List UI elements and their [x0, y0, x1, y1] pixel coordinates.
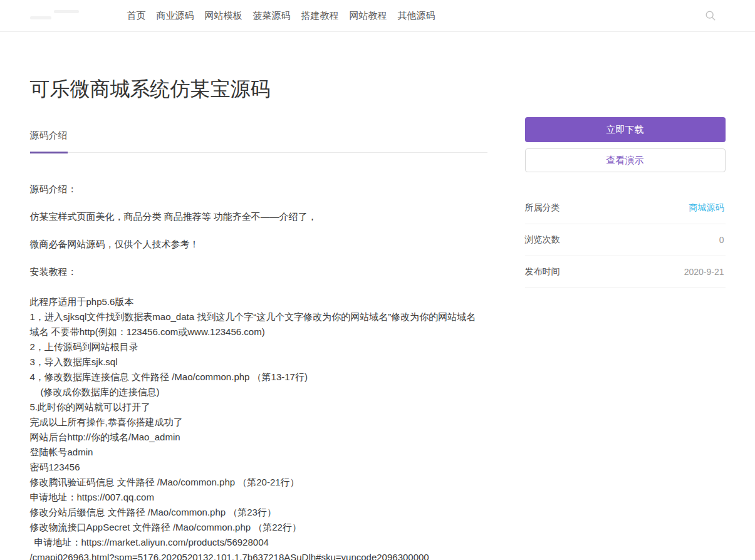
page-title: 可乐微商城系统仿某宝源码: [30, 77, 487, 101]
logo-mark: [54, 10, 79, 13]
meta-label: 发布时间: [525, 266, 560, 277]
article-paragraph: 微商必备网站源码，仅供个人技术参考！: [30, 239, 487, 249]
nav-item-bocai-code[interactable]: 菠菜源码: [253, 10, 291, 22]
nav-item-commercial-code[interactable]: 商业源码: [157, 10, 194, 22]
site-header: 首页 商业源码 网站模板 菠菜源码 搭建教程 网站教程 其他源码: [0, 0, 755, 32]
install-steps: 此程序适用于php5.6版本 1，进入sjksql文件找到数据表mao_data…: [30, 294, 487, 560]
step-line: 2，上传源码到网站根目录: [30, 340, 487, 355]
article-paragraph: 源码介绍：: [30, 184, 487, 194]
step-line: 密码123456: [30, 460, 487, 475]
main-content: 可乐微商城系统仿某宝源码 源码介绍 源码介绍： 仿某宝样式页面美化，商品分类 商…: [30, 32, 726, 560]
step-line: 4，修改数据库连接信息 文件路径 /Mao/common.php （第13-17…: [30, 370, 487, 385]
step-line: 完成以上所有操作,恭喜你搭建成功了: [30, 415, 487, 430]
meta-label: 浏览次数: [525, 234, 560, 246]
meta-list: 所属分类 商城源码 浏览次数 0 发布时间 2020-9-21: [525, 192, 726, 288]
download-button[interactable]: 立即下载: [525, 117, 726, 142]
step-line: 修改分站后缀信息 文件路径 /Mao/common.php （第23行）: [30, 505, 487, 520]
step-line: 修改腾讯验证码信息 文件路径 /Mao/common.php （第20-21行）: [30, 475, 487, 490]
step-line: 登陆帐号admin: [30, 445, 487, 460]
logo-mark: [30, 16, 51, 19]
nav-item-site-templates[interactable]: 网站模板: [205, 10, 242, 22]
step-line: 3，导入数据库sjk.sql: [30, 355, 487, 370]
step-line: 申请地址：https://007.qq.com: [30, 490, 487, 505]
view-demo-button[interactable]: 查看演示: [525, 148, 726, 172]
step-line: /cmapi026963.html?spm=5176.2020520132.10…: [30, 550, 487, 560]
article-body: 源码介绍： 仿某宝样式页面美化，商品分类 商品推荐等 功能齐全不——介绍了， 微…: [30, 184, 487, 560]
article-column: 可乐微商城系统仿某宝源码 源码介绍 源码介绍： 仿某宝样式页面美化，商品分类 商…: [30, 32, 487, 560]
meta-row-publish-date: 发布时间 2020-9-21: [525, 256, 726, 288]
nav-item-site-tutorials[interactable]: 网站教程: [350, 10, 387, 22]
main-nav: 首页 商业源码 网站模板 菠菜源码 搭建教程 网站教程 其他源码: [127, 10, 435, 22]
step-line: 此程序适用于php5.6版本: [30, 294, 487, 309]
search-icon: [705, 10, 716, 21]
step-line: 域名 不要带http(例如：123456.com或www.123456.com): [30, 324, 487, 340]
site-logo[interactable]: [30, 6, 99, 25]
meta-row-views: 浏览次数 0: [525, 224, 726, 256]
meta-row-category: 所属分类 商城源码: [525, 192, 726, 224]
step-line: (修改成你数据库的连接信息): [30, 385, 487, 400]
views-count: 0: [719, 235, 724, 245]
nav-item-home[interactable]: 首页: [127, 10, 146, 22]
nav-item-other-code[interactable]: 其他源码: [398, 10, 435, 22]
step-line: 网站后台http://你的域名/Mao_admin: [30, 430, 487, 445]
step-line: 申请地址：https://market.aliyun.com/products/…: [30, 535, 487, 550]
meta-label: 所属分类: [525, 202, 560, 214]
article-paragraph: 安装教程：: [30, 267, 487, 277]
category-link[interactable]: 商城源码: [689, 202, 724, 214]
step-line: 5.此时你的网站就可以打开了: [30, 400, 487, 415]
search-button[interactable]: [703, 8, 718, 23]
step-line: 1，进入sjksql文件找到数据表mao_data 找到这几个字“这几个文字修改…: [30, 309, 487, 324]
article-paragraph: 仿某宝样式页面美化，商品分类 商品推荐等 功能齐全不——介绍了，: [30, 212, 487, 222]
nav-item-setup-tutorials[interactable]: 搭建教程: [301, 10, 339, 22]
sidebar: 立即下载 查看演示 所属分类 商城源码 浏览次数 0 发布时间 2020-9-2…: [525, 32, 726, 288]
tab-source-intro[interactable]: 源码介绍: [30, 130, 68, 153]
step-line: 修改物流接口AppSecret 文件路径 /Mao/common.php （第2…: [30, 520, 487, 535]
tab-bar: 源码介绍: [30, 130, 487, 153]
publish-date: 2020-9-21: [684, 267, 724, 277]
